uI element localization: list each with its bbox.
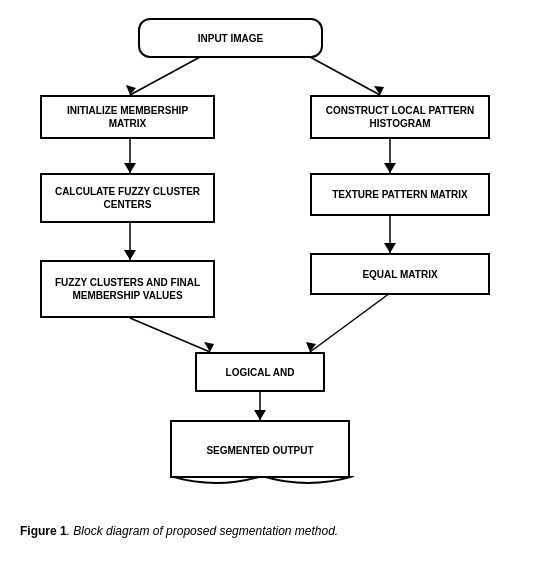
svg-line-12	[130, 318, 210, 352]
svg-marker-7	[124, 250, 136, 260]
segmented-output-box: SEGMENTED OUTPUT	[170, 420, 350, 478]
svg-marker-11	[384, 243, 396, 253]
svg-marker-1	[126, 85, 136, 95]
svg-line-2	[310, 57, 380, 95]
svg-marker-3	[374, 86, 384, 95]
logical-and-box: LOGICAL AND	[195, 352, 325, 392]
svg-line-14	[310, 293, 390, 352]
fuzzy-clusters-box: FUZZY CLUSTERS AND FINAL MEMBERSHIP VALU…	[40, 260, 215, 318]
svg-marker-5	[124, 163, 136, 173]
calc-fuzzy-box: CALCULATE FUZZY CLUSTER CENTERS	[40, 173, 215, 223]
figure-caption: Figure 1. Block diagram of proposed segm…	[0, 520, 540, 542]
texture-pattern-box: TEXTURE PATTERN MATRIX	[310, 173, 490, 216]
diagram-container: INPUT IMAGE INITIALIZE MEMBERSHIP MATRIX…	[0, 0, 540, 520]
svg-marker-9	[384, 163, 396, 173]
svg-marker-13	[204, 342, 214, 352]
init-membership-box: INITIALIZE MEMBERSHIP MATRIX	[40, 95, 215, 139]
construct-local-box: CONSTRUCT LOCAL PATTERN HISTOGRAM	[310, 95, 490, 139]
svg-line-0	[130, 57, 200, 95]
input-image-box: INPUT IMAGE	[138, 18, 323, 58]
svg-marker-15	[306, 342, 316, 352]
svg-marker-17	[254, 410, 266, 420]
equal-matrix-box: EQUAL MATRIX	[310, 253, 490, 295]
